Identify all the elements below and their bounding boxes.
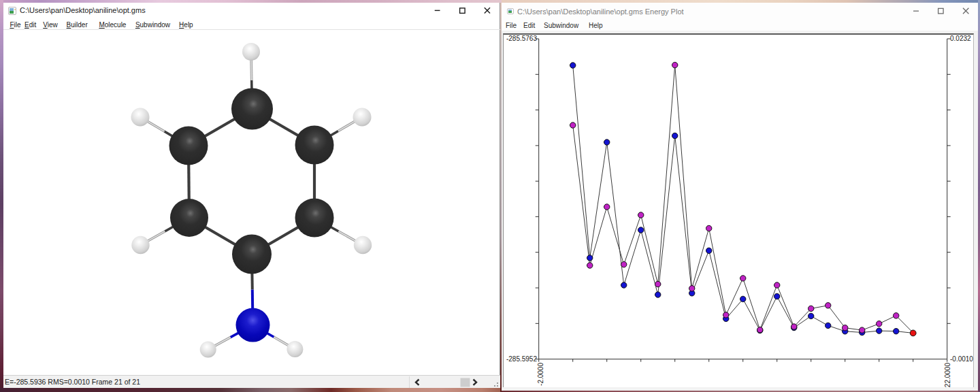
svg-text:-0.0010: -0.0010 [950, 355, 973, 363]
svg-text:-285.5763: -285.5763 [506, 35, 537, 42]
svg-text:22.0000: 22.0000 [944, 363, 951, 388]
svg-text:0.0232: 0.0232 [950, 35, 971, 42]
svg-text:-2.0000: -2.0000 [537, 363, 544, 386]
svg-text:-285.5952: -285.5952 [506, 355, 537, 363]
